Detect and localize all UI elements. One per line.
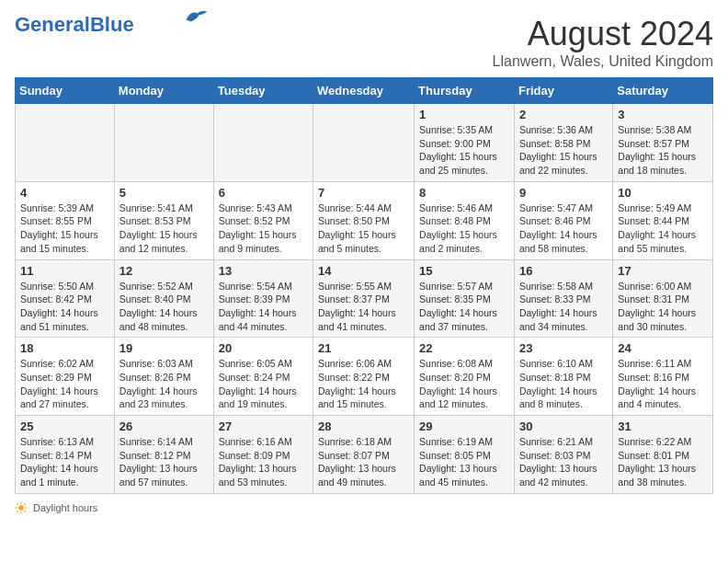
calendar-cell: 22Sunrise: 6:08 AM Sunset: 8:20 PM Dayli… (415, 338, 515, 416)
footer-note: Daylight hours (15, 501, 713, 514)
calendar-cell (114, 104, 213, 182)
calendar-cell: 17Sunrise: 6:00 AM Sunset: 8:31 PM Dayli… (613, 259, 713, 338)
day-info: Sunrise: 5:49 AM Sunset: 8:44 PM Dayligh… (618, 201, 708, 256)
calendar-cell: 10Sunrise: 5:49 AM Sunset: 8:44 PM Dayli… (613, 181, 713, 259)
day-number: 31 (618, 419, 708, 433)
day-number: 11 (20, 264, 109, 278)
calendar-cell (313, 104, 415, 182)
calendar-week-row: 1Sunrise: 5:35 AM Sunset: 9:00 PM Daylig… (16, 104, 713, 182)
calendar-week-row: 4Sunrise: 5:39 AM Sunset: 8:55 PM Daylig… (16, 181, 713, 259)
header-day: Wednesday (313, 78, 415, 104)
day-number: 17 (618, 264, 708, 278)
day-info: Sunrise: 5:36 AM Sunset: 8:58 PM Dayligh… (519, 123, 608, 178)
day-info: Sunrise: 5:57 AM Sunset: 8:35 PM Dayligh… (419, 280, 509, 334)
calendar-cell: 13Sunrise: 5:54 AM Sunset: 8:39 PM Dayli… (213, 259, 313, 338)
calendar-cell: 6Sunrise: 5:43 AM Sunset: 8:52 PM Daylig… (213, 181, 313, 259)
daylight-label: Daylight hours (33, 502, 97, 513)
day-number: 4 (20, 186, 109, 200)
day-info: Sunrise: 6:13 AM Sunset: 8:14 PM Dayligh… (20, 435, 109, 489)
logo-text: GeneralBlue (15, 15, 134, 35)
day-info: Sunrise: 6:08 AM Sunset: 8:20 PM Dayligh… (419, 357, 509, 411)
day-number: 19 (119, 341, 209, 355)
day-info: Sunrise: 6:06 AM Sunset: 8:22 PM Dayligh… (318, 357, 409, 411)
header-day: Tuesday (213, 78, 313, 104)
day-number: 14 (318, 264, 409, 278)
calendar-cell: 4Sunrise: 5:39 AM Sunset: 8:55 PM Daylig… (16, 181, 115, 259)
page-header: GeneralBlue August 2024 Llanwern, Wales,… (15, 15, 713, 70)
calendar-cell: 25Sunrise: 6:13 AM Sunset: 8:14 PM Dayli… (16, 416, 115, 494)
day-number: 6 (219, 186, 308, 200)
calendar-cell: 15Sunrise: 5:57 AM Sunset: 8:35 PM Dayli… (415, 259, 515, 338)
day-info: Sunrise: 6:00 AM Sunset: 8:31 PM Dayligh… (618, 280, 708, 334)
calendar-cell (213, 104, 313, 182)
day-number: 20 (219, 341, 308, 355)
calendar-cell: 2Sunrise: 5:36 AM Sunset: 8:58 PM Daylig… (514, 104, 612, 182)
day-info: Sunrise: 6:02 AM Sunset: 8:29 PM Dayligh… (20, 357, 109, 411)
logo-blue: Blue (90, 13, 134, 36)
day-info: Sunrise: 6:16 AM Sunset: 8:09 PM Dayligh… (219, 435, 308, 489)
calendar-cell: 24Sunrise: 6:11 AM Sunset: 8:16 PM Dayli… (613, 338, 713, 416)
svg-line-6 (24, 511, 26, 512)
calendar-cell: 16Sunrise: 5:58 AM Sunset: 8:33 PM Dayli… (514, 259, 612, 338)
calendar-cell: 7Sunrise: 5:44 AM Sunset: 8:50 PM Daylig… (313, 181, 415, 259)
day-number: 10 (618, 186, 708, 200)
day-info: Sunrise: 6:19 AM Sunset: 8:05 PM Dayligh… (419, 435, 509, 489)
day-number: 23 (519, 341, 608, 355)
day-number: 21 (318, 341, 409, 355)
day-number: 25 (20, 419, 109, 433)
calendar-cell: 19Sunrise: 6:03 AM Sunset: 8:26 PM Dayli… (114, 338, 213, 416)
day-number: 8 (419, 186, 509, 200)
calendar-cell: 30Sunrise: 6:21 AM Sunset: 8:03 PM Dayli… (514, 416, 612, 494)
day-info: Sunrise: 5:38 AM Sunset: 8:57 PM Dayligh… (618, 123, 708, 178)
header-day: Friday (514, 78, 612, 104)
calendar-cell: 23Sunrise: 6:10 AM Sunset: 8:18 PM Dayli… (514, 338, 612, 416)
day-number: 13 (219, 264, 308, 278)
day-info: Sunrise: 6:11 AM Sunset: 8:16 PM Dayligh… (618, 357, 708, 411)
day-info: Sunrise: 5:46 AM Sunset: 8:48 PM Dayligh… (419, 201, 509, 256)
day-info: Sunrise: 5:39 AM Sunset: 8:55 PM Dayligh… (20, 201, 109, 256)
day-info: Sunrise: 5:54 AM Sunset: 8:39 PM Dayligh… (219, 280, 308, 334)
svg-line-8 (17, 511, 18, 512)
day-number: 22 (419, 341, 509, 355)
calendar-cell: 28Sunrise: 6:18 AM Sunset: 8:07 PM Dayli… (313, 416, 415, 494)
day-info: Sunrise: 6:05 AM Sunset: 8:24 PM Dayligh… (219, 357, 308, 411)
day-info: Sunrise: 6:22 AM Sunset: 8:01 PM Dayligh… (618, 435, 708, 489)
day-info: Sunrise: 5:47 AM Sunset: 8:46 PM Dayligh… (519, 201, 608, 256)
header-day: Thursday (415, 78, 515, 104)
calendar-cell: 26Sunrise: 6:14 AM Sunset: 8:12 PM Dayli… (114, 416, 213, 494)
calendar-cell: 27Sunrise: 6:16 AM Sunset: 8:09 PM Dayli… (213, 416, 313, 494)
logo-general: General (15, 13, 90, 36)
day-number: 1 (419, 108, 509, 121)
calendar-cell: 31Sunrise: 6:22 AM Sunset: 8:01 PM Dayli… (613, 416, 713, 494)
day-info: Sunrise: 6:03 AM Sunset: 8:26 PM Dayligh… (119, 357, 209, 411)
calendar-cell: 21Sunrise: 6:06 AM Sunset: 8:22 PM Dayli… (313, 338, 415, 416)
header-day: Monday (114, 78, 213, 104)
day-info: Sunrise: 6:14 AM Sunset: 8:12 PM Dayligh… (119, 435, 209, 489)
day-number: 9 (519, 186, 608, 200)
calendar-cell: 14Sunrise: 5:55 AM Sunset: 8:37 PM Dayli… (313, 259, 415, 338)
svg-point-0 (18, 505, 24, 511)
calendar-week-row: 18Sunrise: 6:02 AM Sunset: 8:29 PM Dayli… (16, 338, 713, 416)
day-info: Sunrise: 5:52 AM Sunset: 8:40 PM Dayligh… (119, 280, 209, 334)
day-info: Sunrise: 5:44 AM Sunset: 8:50 PM Dayligh… (318, 201, 409, 256)
day-info: Sunrise: 5:58 AM Sunset: 8:33 PM Dayligh… (519, 280, 608, 334)
calendar-cell: 12Sunrise: 5:52 AM Sunset: 8:40 PM Dayli… (114, 259, 213, 338)
calendar-week-row: 11Sunrise: 5:50 AM Sunset: 8:42 PM Dayli… (16, 259, 713, 338)
footer: Daylight hours (15, 501, 713, 514)
day-number: 28 (318, 419, 409, 433)
calendar-cell: 8Sunrise: 5:46 AM Sunset: 8:48 PM Daylig… (415, 181, 515, 259)
calendar-cell: 11Sunrise: 5:50 AM Sunset: 8:42 PM Dayli… (16, 259, 115, 338)
day-info: Sunrise: 5:43 AM Sunset: 8:52 PM Dayligh… (219, 201, 308, 256)
day-number: 7 (318, 186, 409, 200)
day-number: 16 (519, 264, 608, 278)
day-number: 26 (119, 419, 209, 433)
day-info: Sunrise: 5:50 AM Sunset: 8:42 PM Dayligh… (20, 280, 109, 334)
day-info: Sunrise: 6:21 AM Sunset: 8:03 PM Dayligh… (519, 435, 608, 489)
header-day: Saturday (613, 78, 713, 104)
calendar-week-row: 25Sunrise: 6:13 AM Sunset: 8:14 PM Dayli… (16, 416, 713, 494)
day-info: Sunrise: 5:35 AM Sunset: 9:00 PM Dayligh… (419, 123, 509, 178)
calendar-header-row: SundayMondayTuesdayWednesdayThursdayFrid… (16, 78, 713, 104)
day-number: 3 (618, 108, 708, 121)
day-number: 27 (219, 419, 308, 433)
location-title: Llanwern, Wales, United Kingdom (493, 53, 713, 70)
